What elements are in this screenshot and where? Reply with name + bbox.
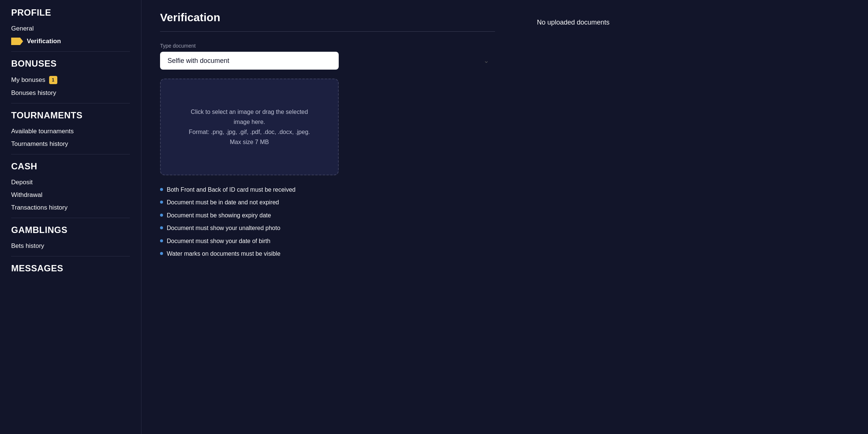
sidebar-item-label: General	[11, 25, 33, 32]
sidebar-divider	[11, 218, 130, 218]
sidebar-item-tournaments-history[interactable]: Tournaments history	[11, 138, 130, 150]
page-divider	[160, 31, 495, 32]
requirement-item: Water marks on documents must be visible	[160, 250, 495, 258]
bullet-icon	[160, 226, 163, 229]
bonuses-badge: 1	[49, 76, 57, 84]
requirement-item: Document must be in date and not expired	[160, 198, 495, 207]
sidebar-item-label: Transactions history	[11, 204, 67, 211]
sidebar-item-verification[interactable]: Verification	[11, 35, 130, 48]
document-type-dropdown-wrapper: Selfie with document Passport ID Card Dr…	[160, 52, 495, 70]
sidebar-section-cash: CASH	[11, 161, 130, 172]
bullet-icon	[160, 214, 163, 217]
requirement-text: Document must show your unaltered photo	[167, 224, 280, 232]
upload-line2: image here.	[234, 119, 265, 125]
upload-format: Format: .png, .jpg, .gif, .pdf, .doc, .d…	[189, 129, 310, 135]
sidebar-divider	[11, 154, 130, 154]
sidebar-item-bets-history[interactable]: Bets history	[11, 240, 130, 252]
sidebar-item-bonuses-history[interactable]: Bonuses history	[11, 87, 130, 99]
sidebar-item-label: My bonuses	[11, 76, 45, 84]
content-area: Verification Type document Selfie with d…	[160, 11, 495, 423]
sidebar-item-withdrawal[interactable]: Withdrawal	[11, 189, 130, 201]
sidebar-divider	[11, 256, 130, 256]
sidebar-item-label: Bets history	[11, 242, 44, 250]
requirement-item: Document must show your unaltered photo	[160, 224, 495, 232]
sidebar-item-label: Available tournaments	[11, 128, 74, 135]
right-panel: No uploaded documents	[506, 11, 640, 423]
type-document-label: Type document	[160, 43, 495, 49]
bullet-icon	[160, 239, 163, 242]
requirement-text: Water marks on documents must be visible	[167, 250, 280, 258]
upload-line1: Click to select an image or drag the sel…	[191, 109, 308, 115]
sidebar-item-label: Verification	[27, 38, 61, 45]
sidebar-item-general[interactable]: General	[11, 22, 130, 35]
requirements-list: Both Front and Back of ID card must be r…	[160, 186, 495, 258]
bullet-icon	[160, 252, 163, 255]
sidebar-section-profile: PROFILE	[11, 7, 130, 18]
file-upload-area[interactable]: Click to select an image or drag the sel…	[160, 79, 339, 175]
active-arrow-icon	[11, 38, 23, 45]
chevron-down-icon: ⌄	[484, 57, 489, 65]
sidebar-item-label: Deposit	[11, 179, 33, 186]
sidebar: PROFILE General Verification BONUSES My …	[0, 0, 141, 434]
document-type-select[interactable]: Selfie with document Passport ID Card Dr…	[160, 52, 339, 70]
bullet-icon	[160, 188, 163, 191]
sidebar-item-my-bonuses[interactable]: My bonuses 1	[11, 73, 130, 87]
requirement-text: Both Front and Back of ID card must be r…	[167, 186, 296, 194]
requirement-item: Document must be showing expiry date	[160, 211, 495, 220]
upload-size: Max size 7 MB	[230, 139, 269, 145]
sidebar-item-transactions-history[interactable]: Transactions history	[11, 201, 130, 214]
sidebar-divider	[11, 51, 130, 52]
sidebar-item-label: Tournaments history	[11, 140, 68, 148]
requirement-text: Document must be showing expiry date	[167, 211, 271, 220]
requirement-item: Both Front and Back of ID card must be r…	[160, 186, 495, 194]
main-content: Verification Type document Selfie with d…	[141, 0, 868, 434]
sidebar-item-label: Withdrawal	[11, 191, 42, 199]
requirement-item: Document must show your date of birth	[160, 237, 495, 245]
sidebar-item-label: Bonuses history	[11, 89, 56, 97]
sidebar-item-deposit[interactable]: Deposit	[11, 176, 130, 189]
upload-instructions: Click to select an image or drag the sel…	[189, 107, 310, 147]
requirement-text: Document must be in date and not expired	[167, 198, 279, 207]
sidebar-section-bonuses: BONUSES	[11, 58, 130, 69]
sidebar-section-tournaments: TOURNAMENTS	[11, 110, 130, 121]
sidebar-divider	[11, 103, 130, 103]
requirement-text: Document must show your date of birth	[167, 237, 270, 245]
page-title: Verification	[160, 11, 495, 24]
sidebar-section-messages: MESSAGES	[11, 263, 130, 274]
no-documents-text: No uploaded documents	[514, 19, 633, 26]
sidebar-section-gamblings: GAMBLINGS	[11, 225, 130, 235]
sidebar-item-available-tournaments[interactable]: Available tournaments	[11, 125, 130, 138]
bullet-icon	[160, 201, 163, 204]
